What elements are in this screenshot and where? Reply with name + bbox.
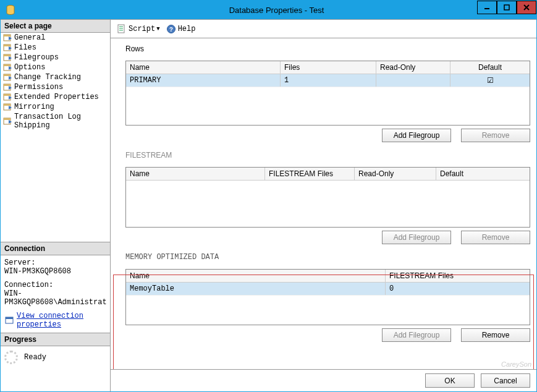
page-item-files[interactable]: Files [1,43,110,53]
progress-status: Ready [24,353,46,362]
page-icon [3,53,13,62]
page-icon [3,43,13,52]
page-label: Transaction Log Shipping [14,113,108,130]
page-item-permissions[interactable]: Permissions [1,82,110,92]
page-item-general[interactable]: General [1,33,110,43]
page-item-changetracking[interactable]: Change Tracking [1,72,110,82]
page-label: Filegroups [14,53,59,62]
memory-grid: Name FILESTREAM Files MemoyTable 0 [125,269,530,325]
page-label: General [14,33,45,42]
rows-add-filegroup-button[interactable]: Add Filegroup [382,129,451,142]
watermark: CareySon [501,360,531,368]
cancel-button[interactable]: Cancel [481,373,530,388]
svg-rect-6 [4,35,11,36]
server-value: WIN-PM3KGQP8608 [4,267,106,276]
svg-rect-8 [4,45,11,46]
filestream-add-filegroup-button[interactable]: Add Filegroup [382,231,451,244]
svg-rect-10 [4,54,11,56]
connection-value: WIN-PM3KGQP8608\Administrat [4,289,106,307]
cell-files: 0 [386,283,530,295]
close-button[interactable] [517,1,536,14]
memory-remove-button[interactable]: Remove [461,328,530,342]
script-label: Script [129,25,155,33]
database-icon [4,4,17,16]
page-item-options[interactable]: Options [1,62,110,72]
page-icon [3,63,13,72]
cell-name[interactable]: PRIMARY [126,74,281,87]
select-page-header: Select a page [1,20,110,33]
memory-label: MEMORY OPTIMIZED DATA [125,253,530,262]
rows-remove-button[interactable]: Remove [461,129,530,142]
cell-files: 1 [281,74,376,87]
minimize-button[interactable] [477,1,497,14]
progress-spinner-icon [4,351,18,364]
script-icon [117,24,127,34]
sidebar: Select a page General Files Filegroups O… [1,20,111,391]
server-label: Server: [4,258,106,267]
svg-rect-12 [4,64,11,66]
col-name[interactable]: Name [126,168,265,180]
page-icon [3,83,13,92]
page-label: Files [14,43,36,52]
rows-grid: Name Files Read-Only Default PRIMARY 1 ☑ [125,61,530,126]
filestream-remove-button[interactable]: Remove [461,231,530,244]
svg-rect-24 [6,317,13,319]
ok-button[interactable]: OK [425,373,475,388]
svg-rect-20 [4,104,11,106]
svg-rect-18 [4,94,11,96]
svg-rect-22 [4,118,11,120]
filestream-grid: Name FILESTREAM Files Read-Only Default [125,167,530,228]
filestream-label: FILESTREAM [125,151,530,160]
page-icon [3,93,13,101]
col-readonly[interactable]: Read-Only [376,61,450,74]
col-default[interactable]: Default [436,168,530,180]
titlebar: Database Properties - Test [1,1,536,19]
page-icon [3,103,13,111]
script-button[interactable]: Script ▼ [114,23,163,35]
dropdown-icon: ▼ [156,26,159,32]
cell-name[interactable]: MemoyTable [126,283,386,295]
svg-rect-16 [4,84,11,86]
connection-label: Connection: [4,281,106,289]
page-item-mirroring[interactable]: Mirroring [1,102,110,112]
svg-rect-14 [4,74,11,76]
col-files[interactable]: FILESTREAM Files [265,168,355,180]
page-label: Permissions [14,83,63,92]
connection-icon [4,315,14,325]
page-label: Options [14,63,45,72]
col-files[interactable]: FILESTREAM Files [386,270,530,282]
svg-rect-2 [504,5,509,10]
progress-header: Progress [1,333,110,346]
help-label: Help [178,25,196,33]
maximize-button[interactable] [497,1,517,14]
col-readonly[interactable]: Read-Only [355,168,436,180]
cell-readonly [376,74,450,87]
table-row[interactable]: PRIMARY 1 ☑ [126,74,530,87]
memory-add-filegroup-button[interactable]: Add Filegroup [382,328,451,342]
help-icon: ? [166,24,176,34]
col-name[interactable]: Name [126,270,386,282]
col-name[interactable]: Name [126,61,281,74]
connection-header: Connection [1,242,110,255]
page-item-filegroups[interactable]: Filegroups [1,53,110,62]
table-row[interactable]: MemoyTable 0 [126,283,530,296]
window-title: Database Properties - Test [17,6,536,15]
help-button[interactable]: ? Help [164,23,198,35]
col-default[interactable]: Default [450,61,530,74]
page-label: Mirroring [14,103,54,111]
page-item-logshipping[interactable]: Transaction Log Shipping [1,112,110,130]
col-files[interactable]: Files [281,61,376,74]
rows-label: Rows [125,45,530,53]
view-connection-link[interactable]: View connection properties [17,312,106,330]
svg-text:?: ? [169,27,173,33]
page-icon [3,117,13,126]
page-label: Change Tracking [14,73,81,82]
toolbar: Script ▼ ? Help [111,20,536,38]
page-list: General Files Filegroups Options Change … [1,33,110,130]
page-icon [3,33,13,42]
page-label: Extended Properties [14,93,99,101]
cell-default-checkbox[interactable]: ☑ [450,74,530,87]
main-panel: Script ▼ ? Help Rows Name Files Read-Onl… [111,20,536,391]
page-item-extended[interactable]: Extended Properties [1,92,110,102]
page-icon [3,73,13,82]
